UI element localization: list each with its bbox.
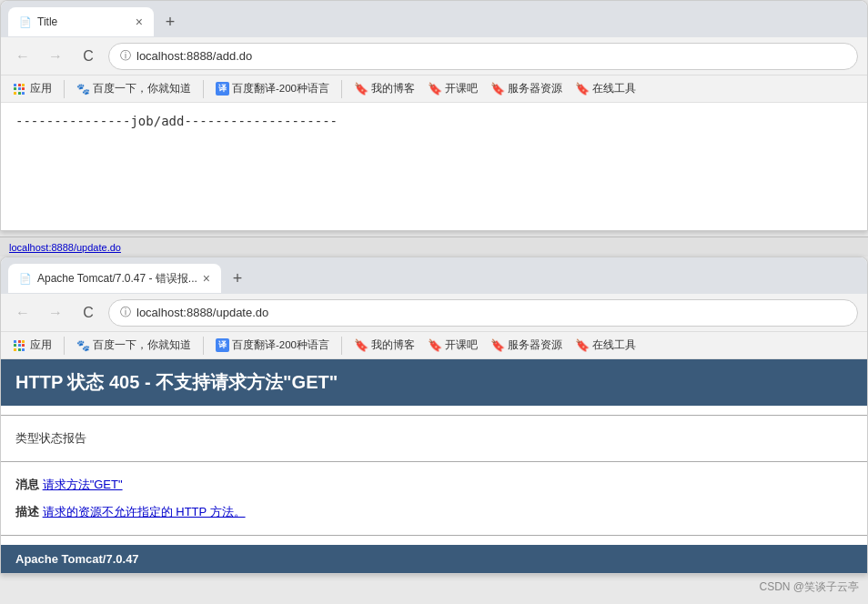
bookmark-blog-label-2: 我的博客 bbox=[371, 338, 415, 352]
address-bar-2[interactable]: ⓘ localhost:8888/update.do bbox=[108, 299, 858, 327]
folder-icon-blog-1: 🔖 bbox=[354, 82, 368, 96]
folder-icon-kaikeba-1: 🔖 bbox=[428, 82, 442, 96]
bookmark-tools-1[interactable]: 🔖 在线工具 bbox=[571, 80, 640, 97]
bookmark-baidu-label-2: 百度一下，你就知道 bbox=[93, 338, 191, 352]
bookmark-kaikeba-label-2: 开课吧 bbox=[445, 338, 478, 352]
translate-icon-2: 译 bbox=[216, 338, 229, 352]
sep-4 bbox=[64, 337, 65, 355]
sep-2 bbox=[203, 80, 204, 98]
address-bar-area-1: ← → C ⓘ localhost:8888/add.do bbox=[1, 37, 867, 76]
address-text-2: localhost:8888/update.do bbox=[136, 306, 268, 319]
bookmark-tools-label-1: 在线工具 bbox=[592, 82, 636, 96]
bookmark-blog-label-1: 我的博客 bbox=[371, 82, 415, 96]
bookmark-kaikeba-2[interactable]: 🔖 开课吧 bbox=[424, 337, 481, 354]
folder-icon-tools-2: 🔖 bbox=[575, 338, 590, 352]
partial-url-text: localhost:8888/update.do bbox=[9, 242, 121, 253]
sep-6 bbox=[341, 337, 342, 355]
forward-button-1[interactable]: → bbox=[43, 44, 68, 69]
address-bar-area-2: ← → C ⓘ localhost:8888/update.do bbox=[1, 294, 867, 332]
bookmark-baidu-2[interactable]: 🐾 百度一下，你就知道 bbox=[73, 337, 195, 354]
error-divider-1 bbox=[1, 415, 867, 416]
bookmark-blog-1[interactable]: 🔖 我的博客 bbox=[350, 80, 419, 97]
address-bar-1[interactable]: ⓘ localhost:8888/add.do bbox=[108, 43, 858, 70]
bookmark-tools-2[interactable]: 🔖 在线工具 bbox=[571, 337, 640, 354]
baidu-icon-1: 🐾 bbox=[76, 83, 90, 96]
tab-2[interactable]: 📄 Apache Tomcat/7.0.47 - 错误报... × bbox=[8, 264, 221, 293]
tab-1[interactable]: 📄 Title × bbox=[8, 7, 154, 36]
new-tab-button-2[interactable]: + bbox=[225, 266, 250, 291]
browser-window-1: 📄 Title × + ← → C ⓘ localhost:8888/add.d… bbox=[0, 0, 868, 231]
new-tab-button-1[interactable]: + bbox=[157, 9, 183, 35]
bookmark-baidu-label-1: 百度一下，你就知道 bbox=[93, 82, 191, 96]
error-description-label: 描述 bbox=[15, 505, 39, 518]
tab-bar-2: 📄 Apache Tomcat/7.0.47 - 错误报... × + bbox=[1, 257, 867, 294]
bookmark-apps-2[interactable]: 应用 bbox=[10, 337, 56, 354]
between-strip: localhost:8888/update.do bbox=[0, 237, 868, 257]
bookmark-apps-label-2: 应用 bbox=[30, 338, 52, 352]
error-type-label: 类型状态报告 bbox=[1, 425, 867, 452]
error-description-section: 描述 请求的资源不允许指定的 HTTP 方法。 bbox=[1, 498, 867, 526]
error-page-content: HTTP 状态 405 - 不支持请求方法"GET" 类型状态报告 消息 请求方… bbox=[1, 359, 867, 573]
bookmark-server-1[interactable]: 🔖 服务器资源 bbox=[487, 80, 566, 97]
error-message-section: 消息 请求方法"GET" bbox=[1, 471, 867, 498]
bookmark-apps-label-1: 应用 bbox=[30, 82, 52, 96]
apps-icon bbox=[14, 84, 25, 95]
error-divider-3 bbox=[1, 535, 867, 536]
bookmarks-bar-2: 应用 🐾 百度一下，你就知道 译 百度翻译-200种语言 🔖 我的博客 🔖 开课… bbox=[1, 332, 867, 359]
bookmark-server-label-1: 服务器资源 bbox=[508, 82, 562, 96]
tab-icon-2: 📄 bbox=[19, 273, 32, 285]
bookmark-apps-1[interactable]: 应用 bbox=[10, 80, 56, 97]
secure-icon-1: ⓘ bbox=[120, 48, 131, 64]
bookmark-server-label-2: 服务器资源 bbox=[508, 338, 562, 352]
bookmark-server-2[interactable]: 🔖 服务器资源 bbox=[487, 337, 566, 354]
folder-icon-blog-2: 🔖 bbox=[354, 338, 368, 352]
error-message-link[interactable]: 请求方法"GET" bbox=[43, 478, 123, 491]
back-button-1[interactable]: ← bbox=[10, 44, 35, 69]
bookmark-kaikeba-label-1: 开课吧 bbox=[445, 82, 478, 96]
error-divider-2 bbox=[1, 461, 867, 462]
tab-bar-1: 📄 Title × + bbox=[1, 1, 867, 37]
csdn-watermark: CSDN @笑谈子云亭 bbox=[759, 579, 859, 595]
sep-3 bbox=[341, 80, 342, 98]
sep-5 bbox=[203, 337, 204, 355]
bookmark-blog-2[interactable]: 🔖 我的博客 bbox=[350, 337, 419, 354]
folder-icon-tools-1: 🔖 bbox=[575, 82, 590, 96]
forward-button-2[interactable]: → bbox=[43, 300, 68, 326]
tab-title-2: Apache Tomcat/7.0.47 - 错误报... bbox=[37, 271, 197, 287]
error-message-label: 消息 bbox=[15, 478, 39, 491]
page-text-1: ---------------job/add------------------… bbox=[15, 114, 853, 128]
tab-title-1: Title bbox=[37, 15, 130, 28]
error-header: HTTP 状态 405 - 不支持请求方法"GET" bbox=[1, 359, 867, 406]
error-footer: Apache Tomcat/7.0.47 bbox=[1, 545, 867, 573]
bookmark-tools-label-2: 在线工具 bbox=[592, 338, 636, 352]
secure-icon-2: ⓘ bbox=[120, 305, 131, 320]
bookmarks-bar-1: 应用 🐾 百度一下，你就知道 译 百度翻译-200种语言 🔖 我的博客 🔖 开课… bbox=[1, 76, 867, 103]
bookmark-kaikeba-1[interactable]: 🔖 开课吧 bbox=[424, 80, 481, 97]
tab-close-2[interactable]: × bbox=[203, 272, 210, 285]
back-button-2[interactable]: ← bbox=[10, 300, 35, 326]
bookmark-translate-1[interactable]: 译 百度翻译-200种语言 bbox=[212, 80, 333, 97]
folder-icon-kaikeba-2: 🔖 bbox=[428, 338, 442, 352]
bookmark-translate-label-2: 百度翻译-200种语言 bbox=[232, 338, 329, 352]
sep-1 bbox=[64, 80, 65, 98]
tab-icon-1: 📄 bbox=[19, 16, 32, 28]
reload-button-2[interactable]: C bbox=[76, 300, 101, 326]
tab-close-1[interactable]: × bbox=[136, 15, 143, 28]
folder-icon-server-2: 🔖 bbox=[490, 338, 505, 352]
bookmark-baidu-1[interactable]: 🐾 百度一下，你就知道 bbox=[73, 80, 195, 97]
error-description-link[interactable]: 请求的资源不允许指定的 HTTP 方法。 bbox=[43, 505, 246, 518]
address-text-1: localhost:8888/add.do bbox=[136, 49, 252, 63]
folder-icon-server-1: 🔖 bbox=[490, 82, 505, 96]
baidu-icon-2: 🐾 bbox=[76, 339, 90, 352]
bookmark-translate-2[interactable]: 译 百度翻译-200种语言 bbox=[212, 337, 333, 354]
browser-window-2: 📄 Apache Tomcat/7.0.47 - 错误报... × + ← → … bbox=[0, 257, 868, 574]
bookmark-translate-label-1: 百度翻译-200种语言 bbox=[232, 82, 329, 96]
page-content-1: ---------------job/add------------------… bbox=[1, 103, 867, 230]
translate-icon-1: 译 bbox=[216, 82, 229, 96]
apps-icon-2 bbox=[14, 340, 25, 351]
reload-button-1[interactable]: C bbox=[76, 44, 101, 69]
